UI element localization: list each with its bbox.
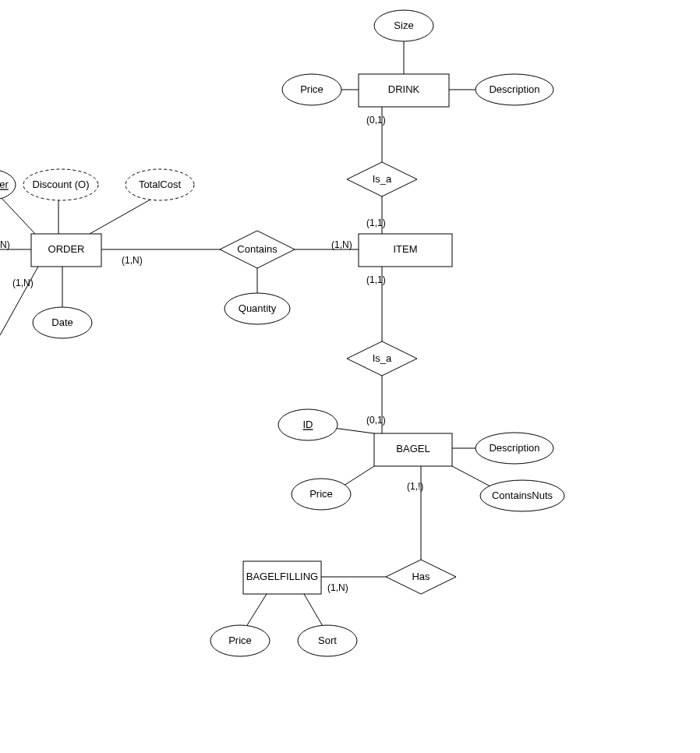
attr-bagel-desc-label: Description [489,442,539,454]
attr-order-partial: er [0,169,16,200]
card-order-contains: (1,N) [122,255,143,266]
rel-isa-top-label: Is_a [373,173,392,185]
card-item-isa-top: (1,1) [366,217,386,228]
rel-contains: Contains [220,231,295,268]
entity-order-label: ORDER [48,243,85,255]
entity-bf-label: BAGELFILLING [246,571,318,582]
rel-has: Has [386,560,456,594]
entity-drink: DRINK [359,74,449,107]
attr-order-totalcost-label: TotalCost [139,179,182,190]
attr-order-totalcost: TotalCost [126,169,194,200]
entity-item: ITEM [359,234,452,267]
entity-order: ORDER [31,234,101,267]
attr-bagel-id-label: ID [303,419,313,430]
attr-bagel-nuts: ContainsNuts [480,480,564,511]
entity-bagel-label: BAGEL [396,443,430,454]
attr-bagel-price-label: Price [309,488,333,500]
attr-bagel-id: ID [278,409,338,440]
card-item-contains: (1,N) [331,239,352,250]
entity-drink-label: DRINK [388,83,420,95]
rel-isa-bot: Is_a [347,341,417,376]
rel-isa-top: Is_a [347,162,417,196]
attr-drink-price-label: Price [300,83,323,95]
attr-drink-desc: Description [476,74,553,105]
attr-bagel-desc: Description [476,433,553,464]
entity-bagel: BAGEL [374,433,452,466]
card-order-left: N) [0,239,10,250]
attr-bf-price-label: Price [228,635,252,646]
card-drink-isa: (0,1) [366,115,386,126]
attr-order-date-label: Date [51,316,72,328]
attr-bf-sort: Sort [298,625,357,656]
attr-bf-sort-label: Sort [318,635,337,646]
rel-has-label: Has [412,571,430,582]
card-bagel-isa: (0,1) [366,415,386,426]
rel-isa-bot-label: Is_a [373,352,392,364]
attr-drink-price: Price [282,74,341,105]
edge-order-totalcost [90,196,156,234]
attr-bagel-nuts-label: ContainsNuts [492,490,553,501]
attr-drink-size-label: Size [394,19,413,31]
attr-order-discount: Discount (O) [23,169,98,200]
attr-drink-size: Size [374,10,433,41]
attr-drink-desc-label: Description [489,83,539,95]
entity-item-label: ITEM [393,243,417,255]
attr-bagel-price: Price [292,479,351,510]
attr-order-partial-label: er [0,179,9,190]
edge-order-partial [0,196,35,234]
rel-contains-label: Contains [237,243,278,255]
card-order-down: (1,N) [12,278,34,288]
card-item-isa-bot: (1,1) [366,274,386,285]
card-bf-has: (1,N) [327,582,348,593]
attr-order-date: Date [33,307,92,338]
attr-contains-qty: Quantity [224,293,290,324]
attr-bf-price: Price [210,625,270,656]
entity-bagelfilling: BAGELFILLING [243,561,321,594]
er-diagram: DRINK ITEM ORDER BAGEL BAGELFILLING Is_a… [0,0,700,753]
attr-contains-qty-label: Quantity [239,302,277,314]
attr-order-discount-label: Discount (O) [33,179,90,190]
card-bagel-has: (1,!) [407,481,423,492]
